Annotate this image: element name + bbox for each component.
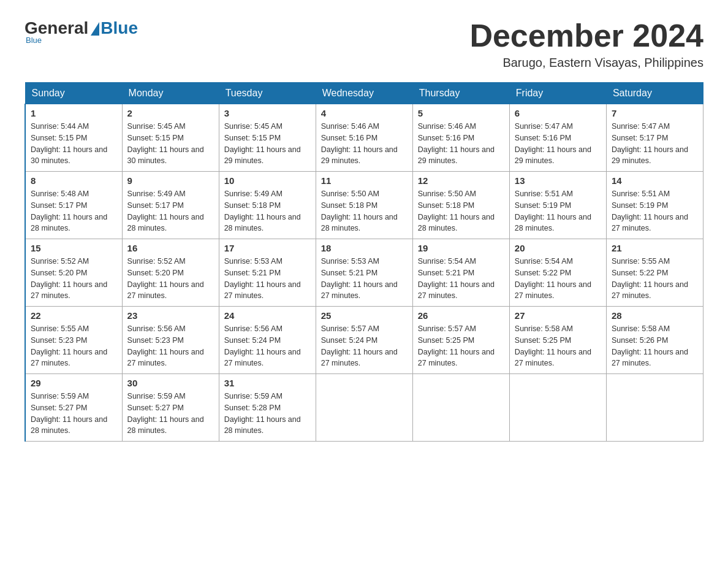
sunrise-text: Sunrise: 5:46 AM — [418, 122, 476, 131]
daylight-text: Daylight: 11 hours and 28 minutes. — [224, 213, 301, 233]
daylight-text: Daylight: 11 hours and 28 minutes. — [515, 213, 591, 233]
sunrise-text: Sunrise: 5:57 AM — [418, 324, 476, 333]
daylight-text: Daylight: 11 hours and 27 minutes. — [612, 348, 688, 368]
day-info: Sunrise: 5:49 AM Sunset: 5:17 PM Dayligh… — [127, 188, 214, 234]
day-cell: 15 Sunrise: 5:52 AM Sunset: 5:20 PM Dayl… — [25, 239, 122, 307]
day-cell: 3 Sunrise: 5:45 AM Sunset: 5:15 PM Dayli… — [219, 104, 316, 172]
header-cell-sunday: Sunday — [25, 83, 122, 104]
day-cell: 11 Sunrise: 5:50 AM Sunset: 5:18 PM Dayl… — [316, 172, 412, 239]
day-cell: 12 Sunrise: 5:50 AM Sunset: 5:18 PM Dayl… — [412, 172, 509, 239]
day-number: 2 — [127, 108, 214, 118]
header-cell-thursday: Thursday — [412, 83, 509, 104]
header-cell-monday: Monday — [122, 83, 219, 104]
sunrise-text: Sunrise: 5:56 AM — [127, 324, 186, 333]
day-cell: 25 Sunrise: 5:57 AM Sunset: 5:24 PM Dayl… — [316, 307, 412, 374]
daylight-text: Daylight: 11 hours and 29 minutes. — [224, 145, 301, 166]
day-number: 9 — [127, 175, 214, 186]
day-cell: 16 Sunrise: 5:52 AM Sunset: 5:20 PM Dayl… — [122, 239, 219, 307]
day-cell: 8 Sunrise: 5:48 AM Sunset: 5:17 PM Dayli… — [25, 172, 122, 239]
sunrise-text: Sunrise: 5:45 AM — [127, 122, 186, 131]
sunset-text: Sunset: 5:21 PM — [321, 269, 377, 277]
week-row-3: 15 Sunrise: 5:52 AM Sunset: 5:20 PM Dayl… — [25, 239, 703, 307]
week-row-5: 29 Sunrise: 5:59 AM Sunset: 5:27 PM Dayl… — [25, 374, 703, 442]
sunrise-text: Sunrise: 5:59 AM — [127, 392, 186, 400]
day-info: Sunrise: 5:48 AM Sunset: 5:17 PM Dayligh… — [31, 188, 117, 234]
daylight-text: Daylight: 11 hours and 27 minutes. — [321, 280, 398, 301]
sunrise-text: Sunrise: 5:54 AM — [418, 257, 476, 266]
daylight-text: Daylight: 11 hours and 27 minutes. — [224, 280, 301, 301]
day-number: 5 — [418, 108, 504, 118]
sunset-text: Sunset: 5:17 PM — [31, 201, 87, 210]
sunset-text: Sunset: 5:16 PM — [321, 134, 377, 142]
sunrise-text: Sunrise: 5:51 AM — [612, 190, 670, 198]
day-info: Sunrise: 5:58 AM Sunset: 5:25 PM Dayligh… — [515, 323, 601, 369]
sunset-text: Sunset: 5:28 PM — [224, 404, 281, 412]
day-number: 14 — [612, 175, 698, 186]
sunrise-text: Sunrise: 5:50 AM — [418, 190, 476, 198]
header-cell-tuesday: Tuesday — [219, 83, 316, 104]
sunrise-text: Sunrise: 5:54 AM — [515, 257, 573, 266]
day-cell: 24 Sunrise: 5:56 AM Sunset: 5:24 PM Dayl… — [219, 307, 316, 374]
sunrise-text: Sunrise: 5:52 AM — [31, 257, 89, 266]
sunset-text: Sunset: 5:18 PM — [224, 201, 281, 210]
sunset-text: Sunset: 5:23 PM — [31, 336, 87, 345]
daylight-text: Daylight: 11 hours and 28 minutes. — [31, 415, 107, 435]
day-number: 7 — [612, 108, 698, 118]
daylight-text: Daylight: 11 hours and 28 minutes. — [224, 415, 301, 435]
day-info: Sunrise: 5:52 AM Sunset: 5:20 PM Dayligh… — [31, 256, 117, 302]
day-info: Sunrise: 5:58 AM Sunset: 5:26 PM Dayligh… — [612, 323, 698, 369]
daylight-text: Daylight: 11 hours and 27 minutes. — [418, 280, 495, 301]
sunrise-text: Sunrise: 5:50 AM — [321, 190, 379, 198]
sunset-text: Sunset: 5:21 PM — [224, 269, 281, 277]
day-number: 16 — [127, 243, 214, 253]
day-number: 26 — [418, 310, 504, 321]
header-cell-wednesday: Wednesday — [316, 83, 412, 104]
sunset-text: Sunset: 5:19 PM — [612, 201, 668, 210]
sunrise-text: Sunrise: 5:52 AM — [127, 257, 186, 266]
day-number: 23 — [127, 310, 214, 321]
day-number: 10 — [224, 175, 311, 186]
day-cell — [509, 374, 606, 442]
sunset-text: Sunset: 5:17 PM — [127, 201, 184, 210]
daylight-text: Daylight: 11 hours and 27 minutes. — [127, 280, 204, 301]
logo-subtitle-text: Blue — [26, 36, 42, 45]
sunset-text: Sunset: 5:21 PM — [418, 269, 474, 277]
day-cell: 30 Sunrise: 5:59 AM Sunset: 5:27 PM Dayl… — [122, 374, 219, 442]
daylight-text: Daylight: 11 hours and 28 minutes. — [31, 213, 107, 233]
daylight-text: Daylight: 11 hours and 27 minutes. — [224, 348, 301, 368]
daylight-text: Daylight: 11 hours and 28 minutes. — [321, 213, 398, 233]
sunset-text: Sunset: 5:20 PM — [31, 269, 87, 277]
week-row-1: 1 Sunrise: 5:44 AM Sunset: 5:15 PM Dayli… — [25, 104, 703, 172]
sunset-text: Sunset: 5:17 PM — [612, 134, 668, 142]
daylight-text: Daylight: 11 hours and 27 minutes. — [612, 280, 688, 301]
day-cell: 1 Sunrise: 5:44 AM Sunset: 5:15 PM Dayli… — [25, 104, 122, 172]
daylight-text: Daylight: 11 hours and 27 minutes. — [418, 348, 495, 368]
day-cell: 23 Sunrise: 5:56 AM Sunset: 5:23 PM Dayl… — [122, 307, 219, 374]
day-number: 31 — [224, 378, 311, 388]
day-info: Sunrise: 5:46 AM Sunset: 5:16 PM Dayligh… — [418, 121, 504, 167]
daylight-text: Daylight: 11 hours and 27 minutes. — [31, 280, 107, 301]
sunset-text: Sunset: 5:22 PM — [515, 269, 571, 277]
sunrise-text: Sunrise: 5:58 AM — [612, 324, 670, 333]
day-info: Sunrise: 5:47 AM Sunset: 5:17 PM Dayligh… — [612, 121, 698, 167]
day-info: Sunrise: 5:57 AM Sunset: 5:25 PM Dayligh… — [418, 323, 504, 369]
day-info: Sunrise: 5:49 AM Sunset: 5:18 PM Dayligh… — [224, 188, 311, 234]
sunset-text: Sunset: 5:24 PM — [321, 336, 377, 345]
day-info: Sunrise: 5:53 AM Sunset: 5:21 PM Dayligh… — [321, 256, 408, 302]
day-cell: 10 Sunrise: 5:49 AM Sunset: 5:18 PM Dayl… — [219, 172, 316, 239]
sunrise-text: Sunrise: 5:53 AM — [321, 257, 379, 266]
daylight-text: Daylight: 11 hours and 28 minutes. — [127, 213, 204, 233]
daylight-text: Daylight: 11 hours and 29 minutes. — [321, 145, 398, 166]
day-info: Sunrise: 5:44 AM Sunset: 5:15 PM Dayligh… — [31, 121, 117, 167]
day-info: Sunrise: 5:55 AM Sunset: 5:22 PM Dayligh… — [612, 256, 698, 302]
daylight-text: Daylight: 11 hours and 29 minutes. — [418, 145, 495, 166]
day-info: Sunrise: 5:59 AM Sunset: 5:28 PM Dayligh… — [224, 391, 311, 437]
day-info: Sunrise: 5:54 AM Sunset: 5:21 PM Dayligh… — [418, 256, 504, 302]
sunset-text: Sunset: 5:15 PM — [31, 134, 87, 142]
day-number: 17 — [224, 243, 311, 253]
day-cell: 7 Sunrise: 5:47 AM Sunset: 5:17 PM Dayli… — [606, 104, 703, 172]
sunset-text: Sunset: 5:20 PM — [127, 269, 184, 277]
day-cell: 9 Sunrise: 5:49 AM Sunset: 5:17 PM Dayli… — [122, 172, 219, 239]
sunrise-text: Sunrise: 5:59 AM — [31, 392, 89, 400]
sunrise-text: Sunrise: 5:49 AM — [224, 190, 282, 198]
